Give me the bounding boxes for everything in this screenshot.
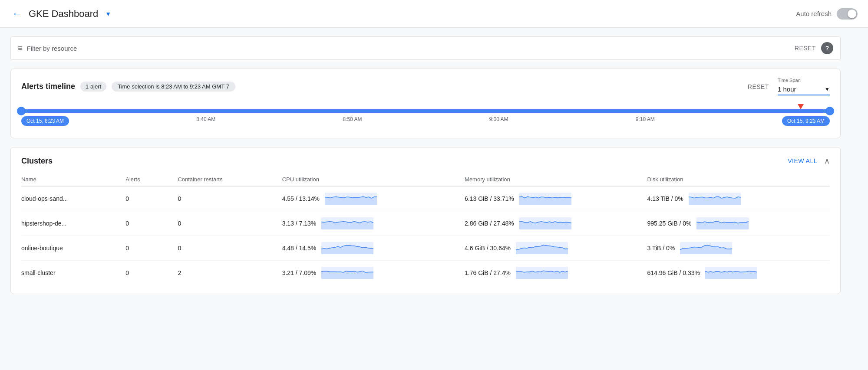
- util-cell: 3.13 / 7.13%: [282, 217, 459, 229]
- timespan-select[interactable]: 1 hour ▼: [778, 84, 830, 95]
- util-value: 3 TiB / 0%: [647, 245, 675, 252]
- collapse-button[interactable]: ∧: [824, 156, 830, 166]
- filter-left: ≡ Filter by resource: [18, 44, 77, 53]
- timeline-track[interactable]: [21, 109, 830, 113]
- filter-bar: ≡ Filter by resource RESET ?: [10, 36, 841, 60]
- util-value: 4.48 / 14.5%: [282, 245, 317, 252]
- clusters-title: Clusters: [21, 157, 53, 166]
- timeline-labels: Oct 15, 8:23 AM 8:40 AM 8:50 AM 9:00 AM …: [21, 116, 830, 126]
- sparkline-chart: [516, 267, 568, 279]
- header-left: ← GKE Dashboard ▼: [10, 7, 111, 21]
- util-cell: 2.86 GiB / 27.48%: [465, 217, 642, 229]
- util-value: 2.86 GiB / 27.48%: [465, 220, 514, 227]
- alert-marker: [798, 104, 804, 109]
- sparkline-chart: [516, 242, 568, 254]
- sparkline-chart: [680, 242, 732, 254]
- timespan-dropdown-icon: ▼: [825, 86, 830, 92]
- cluster-cpu: 3.13 / 7.13%: [282, 211, 465, 236]
- util-value: 3.13 / 7.13%: [282, 220, 317, 227]
- cluster-memory: 2.86 GiB / 27.48%: [465, 211, 647, 236]
- sparkline-chart: [696, 217, 749, 229]
- table-row[interactable]: small-cluster023.21 / 7.09%1.76 GiB / 27…: [21, 261, 830, 285]
- col-header-cpu: CPU utilization: [282, 173, 465, 187]
- filter-reset-button[interactable]: RESET: [795, 45, 816, 52]
- util-value: 6.13 GiB / 33.71%: [465, 195, 514, 202]
- timeline-label-840: 8:40 AM: [196, 116, 215, 126]
- util-cell: 3 TiB / 0%: [647, 242, 825, 254]
- alert-count-badge: 1 alert: [80, 82, 106, 92]
- cluster-cpu: 3.21 / 7.09%: [282, 261, 465, 285]
- sparkline-chart: [325, 193, 377, 205]
- header: ← GKE Dashboard ▼ Auto refresh: [0, 0, 868, 28]
- cluster-disk: 614.96 GiB / 0.33%: [647, 261, 830, 285]
- timeline-reset-button[interactable]: RESET: [748, 83, 769, 90]
- clusters-header: Clusters VIEW ALL ∧: [21, 156, 830, 166]
- help-label: ?: [825, 45, 829, 52]
- timespan-label: Time Span: [778, 78, 801, 83]
- sparkline-chart: [321, 242, 373, 254]
- title-dropdown-icon[interactable]: ▼: [105, 10, 111, 17]
- cluster-cpu: 4.48 / 14.5%: [282, 236, 465, 261]
- cluster-alerts: 0: [125, 261, 178, 285]
- util-cell: 1.76 GiB / 27.4%: [465, 267, 642, 279]
- table-row[interactable]: cloud-ops-sand...004.55 / 13.14%6.13 GiB…: [21, 187, 830, 211]
- timeline-right-thumb[interactable]: [825, 107, 834, 115]
- util-value: 4.6 GiB / 30.64%: [465, 245, 511, 252]
- col-header-alerts: Alerts: [125, 173, 178, 187]
- help-icon[interactable]: ?: [821, 42, 833, 54]
- cluster-alerts: 0: [125, 187, 178, 211]
- sparkline-chart: [705, 267, 757, 279]
- auto-refresh-toggle[interactable]: [837, 8, 858, 20]
- alerts-title: Alerts timeline: [21, 82, 75, 91]
- timeline-label-910: 9:10 AM: [636, 116, 655, 126]
- util-value: 4.13 TiB / 0%: [647, 195, 683, 202]
- cluster-memory: 4.6 GiB / 30.64%: [465, 236, 647, 261]
- timeline-start-label: Oct 15, 8:23 AM: [21, 116, 69, 126]
- timeline-end-label: Oct 15, 9:23 AM: [782, 116, 830, 126]
- alerts-header: Alerts timeline 1 alert Time selection i…: [21, 78, 830, 95]
- table-row[interactable]: online-boutique004.48 / 14.5%4.6 GiB / 3…: [21, 236, 830, 261]
- auto-refresh-label: Auto refresh: [796, 10, 832, 17]
- util-value: 3.21 / 7.09%: [282, 269, 317, 276]
- col-header-restarts: Container restarts: [178, 173, 282, 187]
- filter-placeholder[interactable]: Filter by resource: [27, 45, 77, 52]
- util-value: 995.25 GiB / 0%: [647, 220, 692, 227]
- sparkline-chart: [519, 217, 571, 229]
- col-header-memory: Memory utilization: [465, 173, 647, 187]
- clusters-header-right: VIEW ALL ∧: [788, 156, 830, 166]
- cluster-memory: 1.76 GiB / 27.4%: [465, 261, 647, 285]
- util-value: 614.96 GiB / 0.33%: [647, 269, 700, 276]
- clusters-card: Clusters VIEW ALL ∧ Name Alerts Containe…: [10, 147, 841, 294]
- toggle-thumb: [848, 10, 856, 18]
- view-all-button[interactable]: VIEW ALL: [788, 157, 817, 164]
- sparkline-chart: [689, 193, 741, 205]
- util-cell: 3.21 / 7.09%: [282, 267, 459, 279]
- sparkline-chart: [519, 193, 571, 205]
- clusters-table-body: cloud-ops-sand...004.55 / 13.14%6.13 GiB…: [21, 187, 830, 285]
- util-cell: 4.48 / 14.5%: [282, 242, 459, 254]
- cluster-alerts: 0: [125, 236, 178, 261]
- cluster-restarts: 0: [178, 236, 282, 261]
- cluster-disk: 4.13 TiB / 0%: [647, 187, 830, 211]
- filter-icon: ≡: [18, 44, 23, 53]
- cluster-restarts: 0: [178, 187, 282, 211]
- cluster-cpu: 4.55 / 13.14%: [282, 187, 465, 211]
- cluster-alerts: 0: [125, 211, 178, 236]
- timeline-left-thumb[interactable]: [17, 107, 26, 115]
- timespan-value: 1 hour: [778, 85, 823, 93]
- sparkline-chart: [321, 267, 373, 279]
- table-row[interactable]: hipstershop-de...003.13 / 7.13%2.86 GiB …: [21, 211, 830, 236]
- util-cell: 614.96 GiB / 0.33%: [647, 267, 825, 279]
- cluster-disk: 3 TiB / 0%: [647, 236, 830, 261]
- timeline-label-900: 9:00 AM: [489, 116, 508, 126]
- cluster-restarts: 0: [178, 211, 282, 236]
- cluster-name: hipstershop-de...: [21, 211, 125, 236]
- alerts-header-right: RESET Time Span 1 hour ▼: [748, 78, 830, 95]
- back-button[interactable]: ←: [10, 7, 23, 21]
- header-right: Auto refresh: [796, 8, 858, 20]
- util-cell: 995.25 GiB / 0%: [647, 217, 825, 229]
- cluster-memory: 6.13 GiB / 33.71%: [465, 187, 647, 211]
- util-cell: 4.13 TiB / 0%: [647, 193, 825, 205]
- header-row: Name Alerts Container restarts CPU utili…: [21, 173, 830, 187]
- cluster-name: cloud-ops-sand...: [21, 187, 125, 211]
